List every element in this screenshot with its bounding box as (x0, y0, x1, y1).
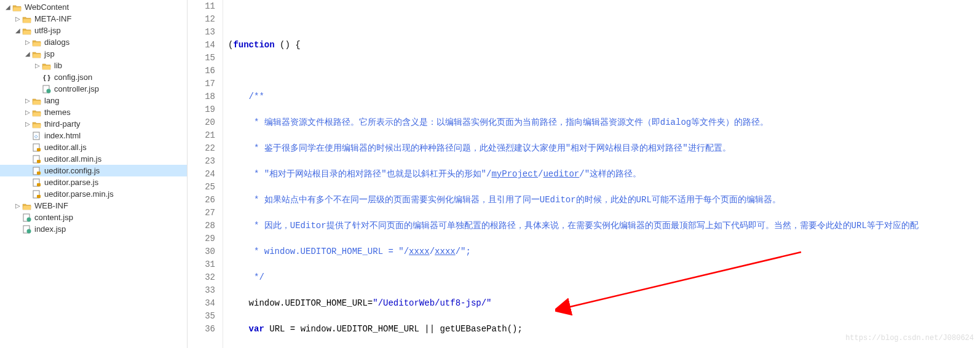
code-comment: * 如果站点中有多个不在同一层级的页面需要实例化编辑器，且引用了同一UEdito… (228, 195, 781, 205)
folder-open-icon (12, 4, 22, 11)
folder-open-icon (32, 109, 42, 116)
tree-folder-webinf[interactable]: ▷ WEB-INF (0, 200, 187, 212)
code-area[interactable]: (function () { /** * 编辑器资源文件根路径。它所表示的含义是… (223, 0, 980, 348)
collapse-icon[interactable]: ◢ (23, 50, 32, 58)
code-text (228, 324, 249, 334)
tree-label: lib (54, 61, 62, 70)
code-comment: * window.UEDITOR_HOME_URL = "/ (228, 247, 409, 256)
code-editor[interactable]: 1112131415161718192021222324252627282930… (188, 0, 980, 348)
json-file-icon: { } (42, 73, 52, 82)
folder-open-icon (32, 121, 42, 128)
code-comment: /** (228, 92, 264, 101)
line-number: 26 (188, 194, 215, 207)
tree-label: index.html (44, 131, 81, 140)
line-number: 24 (188, 168, 215, 181)
tree-file-controllerjsp[interactable]: controller.jsp (0, 83, 187, 95)
svg-point-1 (47, 89, 51, 93)
tree-file-ueditorparse[interactable]: ueditor.parse.js (0, 176, 187, 188)
line-number: 11 (188, 0, 215, 13)
js-file-icon (32, 167, 42, 175)
tree-file-indexjsp[interactable]: index.jsp (0, 223, 187, 235)
line-number: 16 (188, 65, 215, 77)
tree-folder-lang[interactable]: ▷ lang (0, 95, 187, 106)
tree-folder-themes[interactable]: ▷ themes (0, 106, 187, 118)
line-number: 19 (188, 103, 215, 116)
code-comment: * 编辑器资源文件根路径。它所表示的含义是：以编辑器实例化页面为当前路径，指向编… (228, 117, 769, 127)
folder-open-icon (32, 50, 42, 58)
tree-label: ueditor.all.min.js (44, 154, 101, 164)
jsp-file-icon (22, 213, 32, 222)
line-number: 28 (188, 219, 215, 232)
folder-open-icon (32, 97, 42, 105)
expand-icon[interactable]: ▷ (33, 61, 42, 70)
code-comment: /"; (456, 247, 471, 256)
collapse-icon[interactable]: ◢ (14, 26, 22, 35)
collapse-icon[interactable]: ◢ (4, 3, 12, 12)
line-number: 35 (188, 310, 215, 323)
line-number: 21 (188, 129, 215, 142)
tree-file-ueditorallmin[interactable]: ueditor.all.min.js (0, 153, 187, 165)
line-number: 32 (188, 271, 215, 284)
tree-file-contentjsp[interactable]: content.jsp (0, 212, 187, 223)
code-comment: xxxx (435, 247, 456, 256)
tree-folder-webcontent[interactable]: ◢ WebContent (0, 1, 187, 13)
tree-label: themes (44, 108, 71, 117)
code-comment: / (430, 247, 435, 256)
tree-label: ueditor.all.js (44, 143, 87, 152)
code-text: URL = window.UEDITOR_HOME_URL || getUEBa… (264, 324, 523, 334)
tree-folder-utf8jsp[interactable]: ◢ utf8-jsp (0, 25, 187, 36)
tree-file-ueditorconfig[interactable]: ueditor.config.js (0, 165, 187, 176)
tree-file-configjson[interactable]: { } config.json (0, 71, 187, 83)
line-number: 34 (188, 297, 215, 310)
tree-label: index.jsp (34, 224, 66, 234)
code-comment: * "相对于网站根目录的相对路径"也就是以斜杠开头的形如"/ (228, 169, 491, 179)
tree-label: third-party (44, 119, 81, 129)
tree-label: controller.jsp (54, 84, 99, 93)
line-number: 30 (188, 245, 215, 258)
expand-icon[interactable]: ▷ (23, 120, 32, 129)
code-comment: */ (228, 272, 264, 282)
tree-file-ueditorall[interactable]: ueditor.all.js (0, 141, 187, 153)
line-number-gutter: 1112131415161718192021222324252627282930… (188, 0, 223, 348)
tree-file-indexhtml[interactable]: ◇ index.html (0, 130, 187, 141)
jsp-file-icon (22, 225, 32, 234)
svg-rect-11 (37, 183, 41, 186)
svg-point-15 (27, 217, 31, 221)
line-number: 17 (188, 77, 215, 90)
tree-folder-metainf[interactable]: ▷ META-INF (0, 13, 187, 25)
folder-open-icon (22, 202, 32, 210)
line-number: 25 (188, 181, 215, 194)
tree-label: content.jsp (34, 213, 73, 222)
tree-label: jsp (44, 49, 55, 58)
expand-icon[interactable]: ▷ (14, 15, 22, 23)
line-number: 27 (188, 207, 215, 219)
tree-folder-jsp[interactable]: ◢ jsp (0, 48, 187, 60)
svg-rect-13 (37, 195, 41, 198)
js-file-icon (32, 143, 42, 152)
line-number: 14 (188, 39, 215, 52)
tree-label: WEB-INF (34, 201, 68, 210)
tree-label: dialogs (44, 38, 69, 47)
js-file-icon (32, 190, 42, 199)
svg-rect-9 (37, 172, 41, 175)
svg-rect-7 (37, 160, 41, 163)
expand-icon[interactable]: ▷ (14, 202, 22, 210)
tree-file-ueditorparsemin[interactable]: ueditor.parse.min.js (0, 188, 187, 200)
tree-folder-dialogs[interactable]: ▷ dialogs (0, 36, 187, 48)
expand-icon[interactable]: ▷ (23, 108, 32, 117)
code-keyword: var (249, 324, 264, 334)
code-comment: ueditor (543, 169, 579, 179)
tree-label: ueditor.parse.js (44, 178, 98, 187)
tree-folder-lib[interactable]: ▷ lib (0, 60, 187, 71)
line-number: 15 (188, 52, 215, 65)
line-number: 36 (188, 323, 215, 336)
folder-open-icon (32, 39, 42, 46)
svg-rect-5 (37, 148, 41, 151)
file-explorer[interactable]: ◢ WebContent ▷ META-INF ◢ utf8-jsp ▷ dia… (0, 0, 188, 348)
tree-label: utf8-jsp (34, 26, 61, 35)
expand-icon[interactable]: ▷ (23, 38, 32, 47)
tree-folder-thirdparty[interactable]: ▷ third-party (0, 118, 187, 130)
expand-icon[interactable]: ▷ (23, 97, 32, 105)
js-file-icon (32, 178, 42, 187)
line-number: 18 (188, 90, 215, 103)
